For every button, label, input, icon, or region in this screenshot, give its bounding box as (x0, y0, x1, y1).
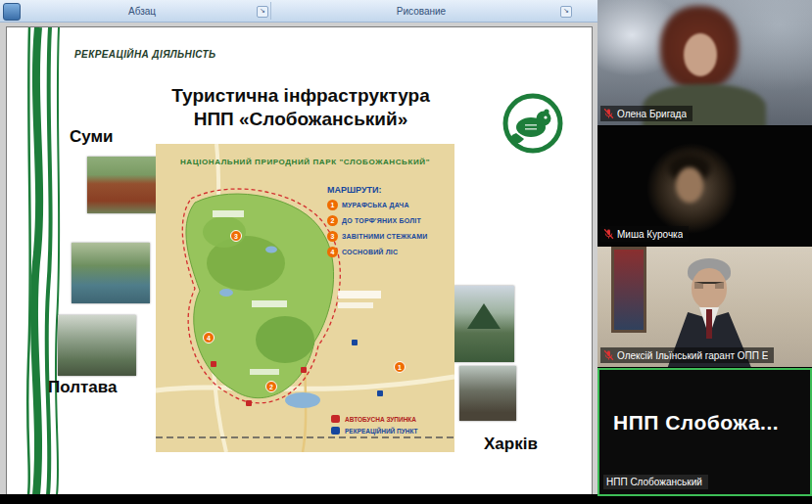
map-route-marker: 2 (265, 381, 277, 392)
city-label-sumy: Суми (70, 127, 114, 147)
photo-river (72, 243, 150, 303)
route-label: ДО ТОРФ'ЯНИХ БОЛІТ (342, 217, 421, 224)
map-route-marker: 4 (203, 332, 215, 344)
slide-title: Туристична інфраструктура НПП «Слобожанс… (66, 84, 536, 131)
route-number-badge: 2 (327, 215, 338, 226)
speaker-overlay-text: НПП Слобожа... (613, 411, 779, 435)
ribbon-toolbar: Абзац ↘ Рисование ↘ (0, 0, 597, 23)
bottom-black-bar (0, 494, 597, 504)
video-tile-participant-2[interactable]: Миша Курочка (597, 126, 812, 247)
route-item: 4 СОСНОВИЙ ЛІС (327, 247, 450, 257)
route-number-badge: 4 (327, 247, 338, 257)
routes-legend-title: МАРШРУТИ: (327, 185, 450, 195)
route-item: 3 ЗАВІТНИМИ СТЕЖКАМИ (327, 231, 450, 242)
participant-name: Олексій Ільїнський гарант ОПП Е (617, 350, 768, 361)
slide-kicker: РЕКРЕАЦІЙНА ДІЯЛЬНІСТЬ (74, 49, 216, 60)
ribbon-group-drawing[interactable]: Рисование (274, 0, 568, 22)
participant-face-shape (684, 33, 717, 76)
route-item: 1 МУРАФСЬКА ДАЧА (327, 200, 450, 210)
video-tile-participant-3[interactable]: Олексій Ільїнський гарант ОПП Е (597, 247, 812, 368)
wall-picture-frame (611, 247, 646, 333)
participant-name: НПП Слобожанський (606, 477, 702, 487)
bus-stop-label: АВТОБУСНА ЗУПИНКА (345, 416, 416, 423)
app-icon[interactable] (3, 3, 21, 21)
dialog-launcher-icon[interactable]: ↘ (257, 6, 268, 18)
tie-shape (706, 309, 712, 339)
map-title: НАЦІОНАЛЬНИЙ ПРИРОДНИЙ ПАРК "СЛОБОЖАНСЬК… (156, 158, 454, 166)
ribbon-group-paragraph[interactable]: Абзац (29, 0, 255, 22)
photo-forest-lake (58, 315, 136, 376)
slide-title-line1: Туристична інфраструктура (66, 84, 536, 108)
participant-name: Миша Курочка (617, 229, 683, 240)
legend-recreation-point: РЕКРЕАЦІЙНИЙ ПУНКТ (331, 427, 449, 435)
ribbon-group-paragraph-label: Абзац (128, 6, 156, 17)
route-label: ЗАВІТНИМИ СТЕЖКАМИ (342, 233, 428, 240)
church-roof-shape (467, 303, 501, 329)
video-tile-active-speaker[interactable]: НПП Слобожа... НПП Слобожанський (597, 368, 812, 496)
muted-mic-icon (603, 108, 614, 119)
muted-mic-icon (603, 228, 614, 240)
route-item: 2 ДО ТОРФ'ЯНИХ БОЛІТ (327, 215, 450, 226)
map-route-marker: 1 (394, 361, 406, 373)
dialog-launcher-icon[interactable]: ↘ (560, 6, 572, 18)
recreation-point-icon (331, 427, 340, 435)
city-label-kharkiv: Харків (484, 435, 538, 454)
route-number-badge: 1 (327, 200, 338, 210)
participant-name-chip: Олена Бригада (600, 106, 693, 121)
map-route-marker: 3 (230, 230, 242, 242)
legend-bus-stop: АВТОБУСНА ЗУПИНКА (331, 415, 449, 423)
park-beaver-logo (502, 92, 564, 155)
glasses-shape (694, 282, 724, 289)
toolbar-divider (270, 2, 271, 20)
screen-share-area: Абзац ↘ Рисование ↘ РЕКРЕАЦІЙНА ДІЯЛЬНІС… (0, 0, 597, 504)
muted-mic-icon (603, 349, 614, 361)
map-routes-legend: МАРШРУТИ: 1 МУРАФСЬКА ДАЧА 2 ДО ТОРФ'ЯНИ… (327, 185, 450, 262)
map-footer-legend: АВТОБУСНА ЗУПИНКА РЕКРЕАЦІЙНИЙ ПУНКТ (331, 411, 449, 438)
participant-face-shape (692, 268, 727, 309)
participant-name-chip: НПП Слобожанський (603, 475, 708, 489)
ribbon-group-drawing-label: Рисование (397, 6, 446, 17)
slide-page: РЕКРЕАЦІЙНА ДІЯЛЬНІСТЬ Туристична інфрас… (6, 26, 593, 496)
photo-wooden-church (454, 286, 514, 362)
photo-red-building (87, 157, 164, 213)
meeting-window: Абзац ↘ Рисование ↘ РЕКРЕАЦІЙНА ДІЯЛЬНІС… (0, 0, 812, 504)
slide-title-line2: НПП «Слобожанський» (66, 108, 536, 131)
park-map: НАЦІОНАЛЬНИЙ ПРИРОДНИЙ ПАРК "СЛОБОЖАНСЬК… (156, 144, 454, 452)
city-label-poltava: Полтава (48, 378, 117, 397)
bus-stop-icon (331, 415, 340, 423)
participant-name: Олена Бригада (617, 109, 687, 119)
route-label: СОСНОВИЙ ЛІС (342, 249, 398, 255)
photo-dark-building (459, 366, 516, 421)
recreation-point-label: РЕКРЕАЦІЙНИЙ ПУНКТ (345, 428, 418, 435)
participant-face-shape (676, 167, 703, 203)
participants-panel: Олена Бригада Миша Курочка (597, 0, 812, 504)
participant-name-chip: Олексій Ільїнський гарант ОПП Е (600, 347, 774, 363)
participant-name-chip: Миша Курочка (600, 226, 689, 242)
route-label: МУРАФСЬКА ДАЧА (342, 202, 409, 208)
decorative-green-stripes (24, 27, 68, 495)
video-tile-participant-1[interactable]: Олена Бригада (597, 0, 812, 126)
route-number-badge: 3 (327, 231, 338, 242)
